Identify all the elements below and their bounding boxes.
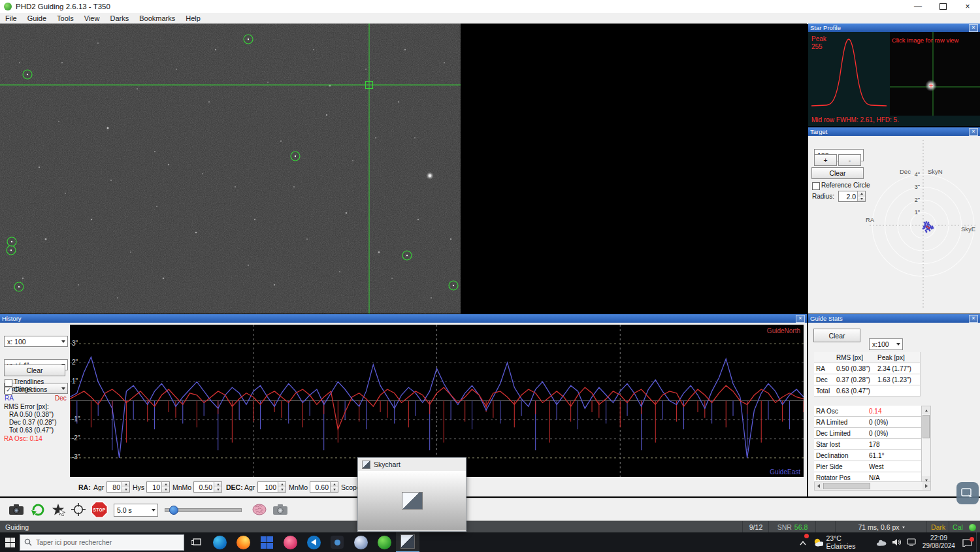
minimize-button[interactable]: — [906,0,930,13]
target-close-icon[interactable]: × [969,128,978,136]
rms-total-value: 0.63 (0.47") [834,385,879,397]
planetarium-app-icon[interactable] [278,532,302,552]
weather-widget[interactable]: 23°C Eclaircies [809,534,873,550]
dec-agr-spinner[interactable]: 100 [257,481,286,493]
restore-button[interactable] [930,0,955,13]
guide-stats-close-icon[interactable]: × [969,315,978,323]
ra-hys-spinner[interactable]: 10 [146,481,170,493]
status-bar: Guiding 9/12 SNR 56.8 71 ms, 0.6 px Dark… [0,521,980,533]
window-title: PHD2 Guiding 2.6.13 - T350 [16,3,110,10]
screen-overlay-widget[interactable] [956,482,979,504]
tray-badge [804,534,809,538]
peak-value: 255 [811,43,823,50]
guide-stats-clear-button[interactable]: Clear [813,329,860,342]
stat-declination: Declination [814,450,871,461]
back-arrow-app-icon[interactable] [302,532,325,552]
camera-settings-icon[interactable] [272,502,289,519]
tray-expand-icon[interactable] [800,536,809,548]
action-center-icon[interactable] [958,538,977,547]
menu-darks[interactable]: Darks [105,14,134,22]
volume-icon[interactable] [892,538,901,546]
star-profile-title: Star Profile [810,24,841,31]
target-titlebar: Target × [808,127,980,136]
ra-hys-value: 10 [147,482,161,492]
starfield-image[interactable] [0,24,461,314]
peak-dec-value: 1.63 (1.23") [875,374,921,385]
start-button[interactable] [0,532,20,552]
auto-select-star-icon[interactable] [51,502,67,519]
cal-indicator: Cal [949,521,966,533]
tray-time: 22:09 [921,534,956,542]
rms-ra-value: 0.50 (0.38") [834,363,879,374]
menu-guide[interactable]: Guide [22,14,52,22]
legend-ra: RA [5,395,14,402]
ytick-1: 1" [72,378,78,385]
ring-label-3: 3" [908,184,920,190]
gamma-slider-thumb[interactable] [169,506,178,515]
phd2-taskbar-icon[interactable] [372,532,396,552]
stat-ra-osc: RA Osc [814,406,871,417]
stop-button[interactable]: STOP [91,501,108,518]
edge-icon[interactable] [208,532,231,552]
menu-file[interactable]: File [0,14,22,22]
rms-tot: Tot 0.63 (0.47") [9,427,54,434]
axis-label-skyn: SkyN [928,168,943,175]
network-icon[interactable] [907,538,916,546]
close-button[interactable]: × [955,0,980,13]
history-clear-button[interactable]: Clear [4,365,65,376]
onedrive-icon[interactable] [876,539,887,546]
legend-dec: Dec [55,395,67,402]
frame-counter: 9/12 [742,521,769,533]
ra-osc-readout: RA Osc: 0.14 [4,435,42,442]
stat-star-lost-value: 178 [867,439,925,450]
brain-advanced-icon[interactable] [251,502,268,519]
ring-label-4: 4" [908,171,920,178]
menu-tools[interactable]: Tools [52,14,79,22]
camera-connect-icon[interactable] [8,502,25,519]
guide-stats-panel: Guide Stats × Clear x:100 RMS [px] Peak … [808,314,980,496]
star-thumbnail[interactable] [890,32,980,116]
task-view-icon[interactable] [184,532,208,552]
loop-exposures-icon[interactable] [30,502,46,519]
history-xscale-select[interactable]: x: 100 [4,336,68,347]
ra-agr-label: Agr [93,483,104,491]
menu-view[interactable]: View [79,14,105,22]
menu-bookmarks[interactable]: Bookmarks [134,14,180,22]
skychart-popup-title: Skychart [374,461,400,468]
star-profile-close-icon[interactable]: × [969,24,978,32]
corrections-checkbox[interactable]: ✓ [5,387,12,395]
search-icon [24,538,32,546]
ra-mnmo-spinner[interactable]: 0.50 [193,481,222,493]
ra-agr-spinner[interactable]: 80 [106,481,130,493]
clock-widget[interactable]: 22:09 29/08/2024 [919,534,958,551]
guide-north-label: GuideNorth [745,327,800,334]
col-peak: Peak [px] [875,352,921,363]
skychart-taskbar-icon[interactable] [396,532,419,552]
dec-agr-label: Agr [244,483,255,491]
skychart-popup-header[interactable]: Skychart [358,458,466,471]
show-desktop-button[interactable] [976,532,980,552]
stop-label: STOP [93,508,105,512]
ra-mnmo-value: 0.50 [194,482,214,492]
exposure-select[interactable]: 5.0 s [114,504,158,517]
rms-title: RMS Error [px]: [4,403,49,410]
trendlines-checkbox[interactable] [5,379,12,387]
taskbar-search-input[interactable]: Taper ici pour rechercher [20,534,184,551]
history-close-icon[interactable]: × [796,315,805,323]
skychart-popup-thumbnail[interactable] [358,471,466,530]
guide-status-led [969,524,976,531]
app-grid-icon[interactable] [255,532,278,552]
dec-mnmo-spinner[interactable]: 0.60 [310,481,338,493]
dec-mnmo-label: MnMo [289,483,308,491]
stat-ra-limited-value: 0 (0%) [867,417,925,428]
dark-app-icon[interactable] [325,532,349,552]
stats-vertical-scrollbar[interactable] [921,406,931,485]
stats-horizontal-scrollbar[interactable] [814,481,931,491]
raw-view-hint: Click image for raw view [892,37,958,44]
stellarium-icon[interactable] [349,532,372,552]
firefox-icon[interactable] [231,532,255,552]
guide-icon[interactable] [71,502,86,519]
guide-stats-scale-select[interactable]: x:100 [869,338,903,350]
skychart-preview-popup[interactable]: Skychart [357,457,466,532]
menu-help[interactable]: Help [180,14,206,22]
